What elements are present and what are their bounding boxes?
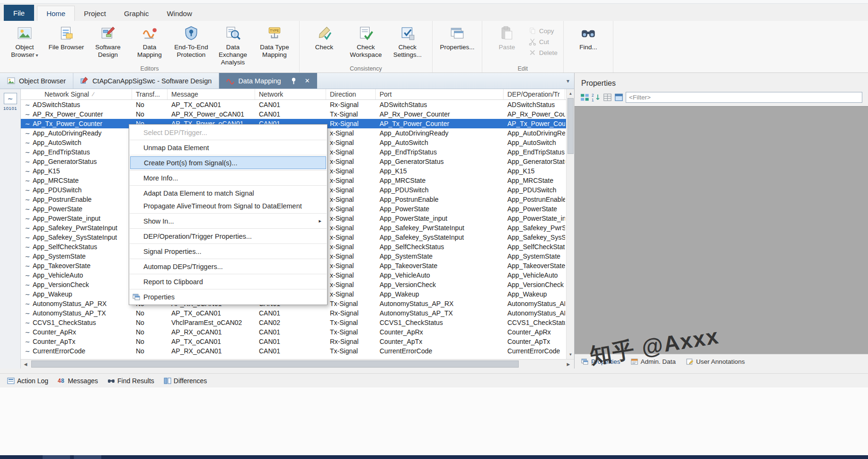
delete-button[interactable]: Delete (529, 49, 558, 56)
cell-text: Counter_ApRx (507, 328, 551, 336)
menu-item-dep-operation-trigger-properties[interactable]: DEP/Operation/Trigger Properties... (129, 230, 327, 243)
table-row-currenterrorcode[interactable]: ∼CurrentErrorCodeNoAP_RX_oCAN01CAN01Tx-S… (21, 346, 566, 356)
grid-icon[interactable] (603, 93, 612, 102)
data-mapping-button[interactable]: Data Mapping (129, 22, 170, 60)
file-browser-button[interactable]: File Browser (45, 22, 87, 52)
properties-filter-input[interactable] (626, 92, 862, 103)
doc-tab-object-browser[interactable]: Object Browser (0, 73, 73, 89)
menu-item-create-port-s-from-signal-s[interactable]: Create Port(s) from Signal(s)... (130, 156, 326, 169)
action-log-icon (7, 377, 15, 385)
table-row-autonomystatus-ap-tx[interactable]: ∼AutonomyStatus_AP_TXNoAP_TX_oCAN01CAN01… (21, 308, 566, 318)
cell-text: AP_TX_oCAN01 (171, 101, 221, 108)
menu-tab-project[interactable]: Project (75, 6, 115, 21)
scroll-left-arrow-icon[interactable]: ◀ (21, 360, 30, 369)
menu-tab-file[interactable]: File (4, 5, 34, 21)
vertical-scrollbar-thumb[interactable] (567, 98, 574, 154)
column-header-message[interactable]: Message (168, 89, 255, 99)
menu-separator (130, 243, 327, 244)
column-header-port[interactable]: Port (376, 89, 504, 99)
data-mapping-icon (142, 25, 158, 41)
cell: App_EndTripStatus (504, 147, 565, 157)
pages-icon[interactable] (614, 93, 623, 102)
horizontal-scrollbar[interactable]: ◀ ▶ (21, 359, 574, 369)
ribbon-group-unlabeled: Properties... (433, 21, 482, 72)
table-row-ap-rx-power-counter[interactable]: ∼AP_Rx_Power_CounterNoAP_RX_Power_oCAN01… (21, 109, 566, 119)
copy-icon (529, 27, 536, 35)
table-row-counter-aptx[interactable]: ∼Counter_ApTxNoAP_TX_oCAN01CAN01Rx-Signa… (21, 337, 566, 346)
menu-tab-graphic[interactable]: Graphic (115, 6, 158, 21)
column-header-direction[interactable]: Direction (326, 89, 376, 99)
cell: Counter_ApRx (376, 327, 504, 337)
output-tab-messages[interactable]: 48Messages (53, 376, 102, 386)
cell: No (132, 327, 168, 337)
menu-item-more-info[interactable]: More Info... (129, 171, 327, 184)
menu-item-properties[interactable]: Properties (129, 290, 327, 303)
cell: AutonomyStatus_AP_RX (504, 299, 565, 308)
tab-list-dropdown-icon[interactable]: ▾ (567, 78, 569, 84)
doc-tab-ctapcanappsigswc-software-design[interactable]: CtApCanAppSigSwc - Software Design (73, 73, 219, 89)
panel-tab-user-annotations[interactable]: User Annotations (682, 356, 750, 367)
cell-text: CAN01 (259, 110, 280, 118)
table-row-ccvs1-checkstatus[interactable]: ∼CCVS1_CheckStatusNoVhclParamEst_oCAN02C… (21, 318, 566, 327)
check-settings-button[interactable]: Check Settings... (387, 22, 428, 60)
data-type-mapping-button[interactable]: TYPEData Type Mapping (254, 22, 295, 60)
menu-tab-window[interactable]: Window (158, 6, 201, 21)
menu-item-label: Report to Clipboard (143, 278, 203, 286)
cell-text: ADSwitchStatus (380, 101, 427, 108)
cut-button[interactable]: Cut (529, 38, 558, 45)
ribbon: Object Browser ▾File BrowserSoftware Des… (0, 21, 868, 73)
cell: App_VersionCheck (504, 280, 565, 289)
output-tab-action-log[interactable]: Action Log (3, 376, 53, 386)
cell: App_VersionCheck (376, 280, 504, 289)
column-header-dep-operation-tr[interactable]: DEP/Operation/Tr (504, 89, 565, 99)
paste-button[interactable]: Paste (486, 22, 528, 52)
menu-item-signal-properties[interactable]: Signal Properties... (129, 245, 327, 258)
cell-text: App_PowerState (380, 205, 429, 213)
horizontal-scrollbar-thumb[interactable] (31, 360, 519, 368)
cell: ∼Counter_ApRx (21, 327, 132, 337)
find-button[interactable]: Find... (567, 22, 609, 52)
menu-item-automap-deps-triggers[interactable]: Automap DEPs/Triggers... (129, 260, 327, 273)
column-header-network-signal[interactable]: Network Signal∕ (21, 89, 132, 99)
doc-tab-data-mapping[interactable]: Data Mapping✕ (219, 73, 317, 89)
sort-icon[interactable]: 21 (592, 93, 601, 102)
vertical-scrollbar[interactable]: ▲ ▼ (566, 89, 574, 359)
menu-tab-home[interactable]: Home (37, 6, 75, 21)
menu-item-adapt-data-element-to-match-signal[interactable]: Adapt Data Element to match Signal (129, 187, 327, 199)
categorized-icon[interactable] (580, 93, 589, 102)
menu-item-propagate-alivetimeout-from-signal-to-dataelement[interactable]: Propagate AliveTimeout from Signal to Da… (129, 199, 327, 212)
scroll-down-arrow-icon[interactable]: ▼ (567, 351, 574, 359)
end-to-end-protection-button[interactable]: End-To-End Protection (170, 22, 212, 60)
cell: ∼App_PowerState (21, 204, 132, 214)
column-header-transf[interactable]: Transf... (132, 89, 168, 99)
cell-text: App_VersionCheck (507, 281, 564, 288)
scroll-up-arrow-icon[interactable]: ▲ (567, 90, 574, 98)
copy-button[interactable]: Copy (529, 27, 558, 35)
scroll-right-arrow-icon[interactable]: ▶ (564, 360, 573, 369)
cell-text: CurrentErrorCode (33, 347, 85, 355)
cell: AP_Tx_Power_Counter (376, 119, 504, 128)
column-header-network[interactable]: Network (255, 89, 326, 99)
table-row-adswitchstatus[interactable]: ∼ADSwitchStatusNoAP_TX_oCAN01CAN01Rx-Sig… (21, 100, 566, 109)
ribbon-group-edit: PasteCopyCutDeleteEdit (482, 21, 564, 72)
check-workspace-button[interactable]: Check Workspace (345, 22, 387, 60)
menu-item-show-in[interactable]: Show In...▸ (129, 215, 327, 227)
doc-tab-label: CtApCanAppSigSwc - Software Design (92, 77, 212, 85)
software-design-button[interactable]: Software Design (87, 22, 129, 60)
data-exchange-analysis-button[interactable]: Data Exchange Analysis (212, 22, 254, 67)
cell-text: Counter_ApTx (33, 338, 75, 345)
signal-type-filter-button[interactable]: ∼ (4, 93, 17, 104)
output-tab-differences[interactable]: Differences (159, 376, 212, 386)
menu-item-unmap-data-element[interactable]: Unmap Data Element (129, 141, 327, 154)
cell-text: x-Signal (330, 205, 354, 213)
object-browser-button[interactable]: Object Browser ▾ (4, 22, 45, 60)
output-tab-find-results[interactable]: Find Results (103, 376, 159, 386)
table-row-counter-aprx[interactable]: ∼Counter_ApRxNoAP_RX_oCAN01CAN01Tx-Signa… (21, 327, 566, 337)
check-button[interactable]: Check (303, 22, 345, 52)
signal-wave-icon: ∼ (24, 111, 31, 118)
properties-button[interactable]: Properties... (436, 22, 478, 52)
table-header-row: Network Signal∕Transf...MessageNetworkDi… (21, 89, 566, 100)
close-tab-icon[interactable]: ✕ (305, 77, 310, 84)
button-label: Check Workspace (346, 44, 386, 59)
menu-item-report-to-clipboard[interactable]: Report to Clipboard (129, 275, 327, 288)
